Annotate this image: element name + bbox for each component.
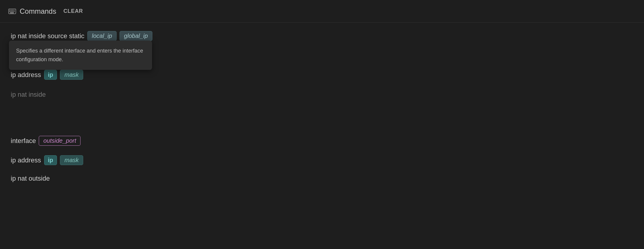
tooltip-box: Specifies a different interface and ente…: [9, 41, 152, 70]
svg-rect-3: [12, 10, 13, 10]
tooltip-text: Specifies a different interface and ente…: [16, 48, 143, 62]
param-outside-port[interactable]: outside_port: [39, 136, 80, 146]
command-text: interface: [11, 137, 36, 145]
command-row: interface outside_port: [11, 136, 633, 146]
command-row: ip address ip mask: [11, 155, 633, 165]
param-mask-1[interactable]: mask: [60, 70, 83, 80]
svg-rect-1: [10, 10, 10, 10]
command-row: ip address ip mask: [11, 70, 633, 80]
svg-rect-9: [10, 12, 14, 13]
command-row-hidden: ip nat inside: [11, 89, 633, 100]
svg-rect-6: [11, 11, 12, 12]
command-text: ip nat inside: [11, 91, 46, 99]
command-text: ip address: [11, 156, 41, 164]
clear-button[interactable]: CLEAR: [62, 7, 85, 15]
param-local-ip[interactable]: local_ip: [87, 31, 117, 41]
command-row: ip nat outside: [11, 175, 633, 182]
svg-rect-8: [14, 11, 15, 12]
command-text: ip address: [11, 71, 41, 79]
param-ip-1[interactable]: ip: [44, 70, 57, 80]
command-row: ip nat inside source static local_ip glo…: [11, 31, 633, 41]
svg-rect-4: [14, 10, 15, 10]
commands-content: ip nat inside source static local_ip glo…: [0, 23, 644, 200]
command-text: ip nat outside: [11, 175, 50, 182]
param-ip-2[interactable]: ip: [44, 155, 57, 165]
panel-header: Commands CLEAR: [0, 0, 644, 23]
svg-rect-2: [11, 10, 12, 10]
panel-title: Commands: [20, 7, 56, 16]
svg-rect-5: [10, 11, 10, 12]
keyboard-icon: [8, 8, 16, 14]
param-mask-2[interactable]: mask: [60, 155, 83, 165]
command-text: ip nat inside source static: [11, 32, 84, 40]
param-global-ip[interactable]: global_ip: [120, 31, 152, 41]
svg-rect-7: [12, 11, 13, 12]
